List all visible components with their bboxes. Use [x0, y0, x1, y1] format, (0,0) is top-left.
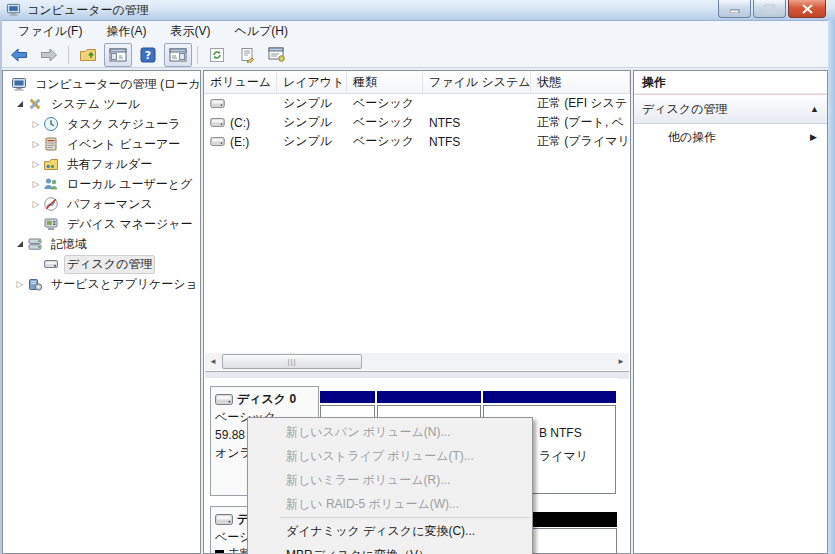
- console-window-button[interactable]: [263, 43, 291, 67]
- volume-type: ベーシック: [347, 114, 423, 131]
- tree-item-system-tools[interactable]: システム ツール: [3, 94, 200, 114]
- volume-icon: [210, 99, 225, 108]
- menu-help[interactable]: ヘルプ(H): [222, 21, 300, 42]
- event-viewer-icon: [43, 136, 59, 152]
- collapsed-arrow-icon[interactable]: ▷: [29, 139, 43, 149]
- computer-management-window: コンピューターの管理 ファイル(F) 操作(A) 表示(V) ヘルプ(H): [0, 0, 835, 554]
- disk-management-icon: [43, 256, 59, 272]
- collapsed-arrow-icon[interactable]: ▷: [29, 199, 43, 209]
- console-window-icon: [268, 47, 286, 62]
- volume-row-efi[interactable]: シンプル ベーシック 正常 (EFI システ: [204, 94, 630, 113]
- window-right-border: [828, 20, 835, 554]
- column-header-status[interactable]: 状態: [531, 71, 630, 93]
- volume-filesystem: NTFS: [423, 116, 531, 130]
- minimize-icon: [730, 4, 740, 13]
- tree-item-event-viewer[interactable]: ▷ イベント ビューアー: [3, 134, 200, 154]
- window-title: コンピューターの管理: [27, 2, 149, 19]
- close-button[interactable]: [788, 0, 826, 18]
- back-button[interactable]: [5, 43, 33, 67]
- forward-button[interactable]: [35, 43, 63, 67]
- tree-item-shared-folders[interactable]: ▷ 共有フォルダー: [3, 154, 200, 174]
- refresh-button[interactable]: [203, 43, 231, 67]
- column-header-type[interactable]: 種類: [347, 71, 423, 93]
- titlebar[interactable]: コンピューターの管理: [0, 0, 835, 21]
- volume-type: ベーシック: [347, 133, 423, 150]
- expanded-arrow-icon[interactable]: [13, 241, 27, 247]
- tree-item-services-applications[interactable]: ▷ サービスとアプリケーショ: [3, 274, 200, 294]
- show-console-tree-button[interactable]: [104, 43, 132, 67]
- tree-item-label: 記憶域: [48, 235, 90, 254]
- collapsed-arrow-icon[interactable]: ▷: [29, 159, 43, 169]
- volume-status: 正常 (EFI システ: [531, 95, 630, 112]
- show-action-pane-button[interactable]: [164, 43, 192, 67]
- volume-list-header: ボリューム レイアウト 種類 ファイル システム 状態: [204, 71, 630, 94]
- tree-item-storage[interactable]: 記憶域: [3, 234, 200, 254]
- collapsed-arrow-icon[interactable]: ▷: [29, 179, 43, 189]
- properties-button[interactable]: [233, 43, 261, 67]
- horizontal-scrollbar-thumb[interactable]: |||: [222, 354, 362, 369]
- tools-icon: [27, 96, 43, 112]
- volume-row-c[interactable]: (C:) シンプル ベーシック NTFS 正常 (ブート, ペ: [204, 113, 630, 132]
- tree-item-device-manager[interactable]: デバイス マネージャー: [3, 214, 200, 234]
- services-icon: [27, 276, 43, 292]
- menu-item-convert-to-dynamic-disk[interactable]: ダイナミック ディスクに変換(C)...: [248, 519, 532, 543]
- tree-item-label: イベント ビューアー: [64, 135, 183, 154]
- menu-item-convert-to-mbr-disk[interactable]: MBRディスクに変換（V）: [248, 543, 532, 554]
- actions-more-actions[interactable]: 他の操作 ▶: [634, 124, 827, 150]
- menu-item-new-mirrored-volume[interactable]: 新しいミラー ボリューム(R)...: [248, 468, 532, 492]
- disk-icon: [215, 394, 233, 405]
- actions-disk-management-label: ディスクの管理: [642, 101, 727, 118]
- tree-item-task-scheduler[interactable]: ▷ タスク スケジューラ: [3, 114, 200, 134]
- tree-item-label: コンピューターの管理 (ローカ: [32, 75, 200, 94]
- toolbar-separator: [197, 46, 198, 64]
- collapsed-arrow-icon[interactable]: ▷: [13, 279, 27, 289]
- menu-item-new-striped-volume[interactable]: 新しいストライプ ボリューム(T)...: [248, 444, 532, 468]
- collapse-section-icon[interactable]: ▲: [810, 104, 819, 114]
- volume-layout: シンプル: [277, 133, 347, 150]
- volume-layout: シンプル: [277, 114, 347, 131]
- tree-item-computer-management[interactable]: コンピューターの管理 (ローカ: [3, 74, 200, 94]
- column-header-filesystem[interactable]: ファイル システム: [423, 71, 531, 93]
- menu-item-new-spanned-volume[interactable]: 新しいスパン ボリューム(N)...: [248, 420, 532, 444]
- svg-text:?: ?: [145, 49, 151, 62]
- volume-layout: シンプル: [277, 95, 347, 112]
- toolbar-separator: [68, 46, 69, 64]
- help-button[interactable]: ?: [134, 43, 162, 67]
- tree-item-disk-management[interactable]: ディスクの管理: [3, 254, 200, 274]
- column-header-volume[interactable]: ボリューム: [204, 71, 277, 93]
- menu-action[interactable]: 操作(A): [94, 21, 158, 42]
- partition3-status-text: ライマリ: [539, 448, 588, 465]
- horizontal-scrollbar[interactable]: ◄ ||| ►: [205, 353, 629, 370]
- maximize-button[interactable]: [753, 0, 786, 18]
- show-action-pane-icon: [169, 48, 187, 62]
- menu-file[interactable]: ファイル(F): [6, 21, 94, 42]
- scroll-right-icon[interactable]: ►: [613, 354, 629, 370]
- tree-item-performance[interactable]: ▷ パフォーマンス: [3, 194, 200, 214]
- collapsed-arrow-icon[interactable]: ▷: [29, 119, 43, 129]
- menu-item-new-raid5-volume[interactable]: 新しい RAID-5 ボリューム(W)...: [248, 492, 532, 516]
- clock-icon: [43, 116, 59, 132]
- refresh-icon: [209, 47, 225, 63]
- tree-item-label: システム ツール: [48, 95, 143, 114]
- expanded-arrow-icon[interactable]: [13, 101, 27, 107]
- actions-disk-management-section[interactable]: ディスクの管理 ▲: [634, 94, 827, 124]
- up-one-level-button[interactable]: [74, 43, 102, 67]
- more-actions-label: 他の操作: [668, 129, 716, 146]
- device-manager-icon: [43, 216, 59, 232]
- console-tree-panel: コンピューターの管理 (ローカ システム ツール ▷ タスク スケジューラ ▷ …: [2, 70, 201, 554]
- tree-item-local-users-groups[interactable]: ▷ ローカル ユーザーとグ: [3, 174, 200, 194]
- minimize-button[interactable]: [718, 0, 751, 18]
- volume-name: (E:): [230, 135, 249, 149]
- toolbar: ?: [0, 42, 835, 68]
- disk0-name: ディスク 0: [237, 391, 296, 408]
- menu-view[interactable]: 表示(V): [158, 21, 222, 42]
- column-header-layout[interactable]: レイアウト: [277, 71, 347, 93]
- submenu-arrow-icon: ▶: [810, 132, 817, 142]
- scroll-left-icon[interactable]: ◄: [205, 354, 221, 370]
- menu-bar: ファイル(F) 操作(A) 表示(V) ヘルプ(H): [0, 21, 835, 42]
- volume-row-e[interactable]: (E:) シンプル ベーシック NTFS 正常 (プライマリ: [204, 132, 630, 151]
- tree-item-label: タスク スケジューラ: [64, 115, 184, 134]
- partition-header-bar: [377, 391, 481, 403]
- storage-icon: [27, 236, 43, 252]
- back-icon: [10, 48, 28, 62]
